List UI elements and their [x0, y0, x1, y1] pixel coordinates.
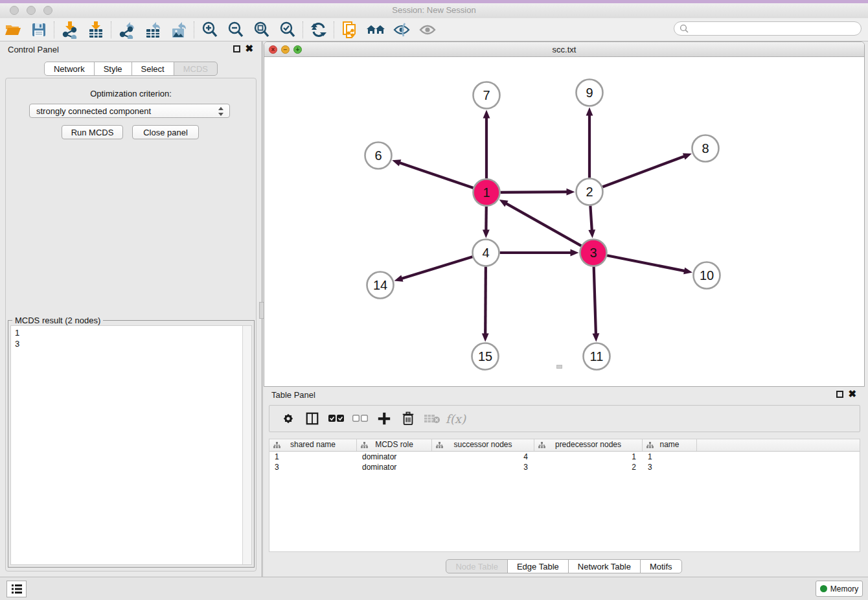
show-columns-button[interactable] — [300, 408, 324, 430]
graph-node-8[interactable]: 8 — [692, 135, 719, 162]
tab-network[interactable]: Network — [44, 62, 95, 76]
export-table-button[interactable] — [140, 19, 166, 40]
column-tree-icon — [361, 442, 368, 448]
memory-button[interactable]: Memory — [816, 581, 863, 597]
tab-mcds[interactable]: MCDS — [174, 62, 218, 76]
column-header-name[interactable]: name — [643, 439, 697, 451]
graph-edge-2-8[interactable] — [602, 156, 685, 187]
result-scrollbar[interactable] — [242, 325, 252, 565]
node-label: 2 — [586, 185, 593, 199]
save-session-button[interactable] — [26, 19, 52, 40]
graph-node-2[interactable]: 2 — [577, 179, 603, 205]
graph-node-9[interactable]: 9 — [577, 80, 603, 106]
table-options-button[interactable] — [276, 408, 300, 430]
node-label: 1 — [483, 185, 490, 200]
mcds-result-text[interactable]: 13 — [10, 325, 243, 565]
unchecked-boxes-icon — [352, 414, 368, 423]
zoom-fit-button[interactable] — [249, 19, 275, 40]
zoom-in-button[interactable] — [197, 19, 223, 40]
memory-status-dot — [820, 585, 827, 592]
tab-style[interactable]: Style — [94, 62, 132, 76]
table-panel-header: Table Panel ✖ — [264, 387, 864, 402]
graph-edge-1-6[interactable] — [399, 163, 474, 188]
search-input[interactable] — [674, 21, 862, 36]
run-mcds-button[interactable]: Run MCDS — [62, 125, 123, 139]
function-builder-button[interactable]: f(x) — [444, 408, 468, 430]
table-cell[interactable]: dominator — [357, 452, 432, 462]
tab-node-table[interactable]: Node Table — [446, 559, 508, 573]
select-all-button[interactable] — [324, 408, 348, 430]
criterion-dropdown[interactable]: strongly connected component — [29, 104, 230, 118]
graph-node-4[interactable]: 4 — [473, 240, 499, 266]
table-cell[interactable]: 3 — [643, 462, 697, 472]
edge-arrowhead — [592, 333, 599, 341]
graph-edge-3-1[interactable] — [505, 203, 581, 246]
task-list-icon — [11, 584, 23, 594]
graph-node-6[interactable]: 6 — [365, 143, 392, 169]
zoom-out-button[interactable] — [223, 19, 249, 40]
memory-label: Memory — [830, 584, 858, 594]
table-cell[interactable]: 1 — [534, 452, 643, 462]
new-network-from-selection-button[interactable] — [337, 19, 363, 40]
graph-edge-3-10[interactable] — [607, 255, 685, 271]
graph-edge-2-3[interactable] — [590, 205, 591, 231]
zoom-selected-button[interactable] — [275, 19, 301, 40]
zoom-in-icon — [201, 21, 219, 39]
first-neighbors-button[interactable] — [363, 19, 389, 40]
graph-node-11[interactable]: 11 — [584, 343, 610, 370]
float-panel-icon[interactable] — [233, 45, 240, 52]
graph-edge-4-15[interactable] — [485, 266, 486, 334]
export-image-button[interactable] — [166, 19, 192, 40]
table-row[interactable]: 3dominator323 — [269, 462, 860, 472]
export-network-button[interactable] — [114, 19, 140, 40]
graph-node-3[interactable]: 3 — [580, 240, 607, 266]
tab-motifs[interactable]: Motifs — [640, 559, 682, 573]
table-cell[interactable]: 3 — [432, 462, 534, 472]
tab-edge-table[interactable]: Edge Table — [507, 559, 569, 573]
node-label: 10 — [700, 268, 714, 283]
graph-node-15[interactable]: 15 — [472, 343, 499, 370]
show-all-button[interactable] — [415, 19, 440, 40]
column-header-predecessor-nodes[interactable]: predecessor nodes — [534, 439, 643, 451]
deselect-all-button[interactable] — [348, 408, 372, 430]
table-cell[interactable]: 1 — [643, 452, 697, 462]
tab-select[interactable]: Select — [131, 62, 174, 76]
graph-edge-1-2[interactable] — [500, 192, 567, 192]
table-cell[interactable]: 1 — [269, 452, 357, 462]
graph-node-10[interactable]: 10 — [694, 262, 720, 289]
hide-selected-button[interactable] — [389, 19, 415, 40]
graph-node-1[interactable]: 1 — [474, 179, 500, 206]
table-cell[interactable]: 4 — [432, 452, 534, 462]
criterion-value: strongly connected component — [36, 106, 151, 116]
node-label: 3 — [589, 246, 597, 260]
import-table-button[interactable] — [83, 19, 109, 40]
close-panel-button[interactable]: Close panel — [132, 125, 199, 139]
table-cell[interactable]: 2 — [534, 462, 643, 472]
table-row[interactable]: 1dominator411 — [269, 452, 860, 462]
close-table-panel-icon[interactable]: ✖ — [848, 389, 856, 399]
canvas-grip[interactable] — [556, 365, 562, 369]
graph-edge-3-11[interactable] — [594, 266, 596, 334]
column-header-shared-name[interactable]: shared name — [269, 439, 357, 451]
table-cell[interactable]: dominator — [357, 462, 432, 472]
add-column-button[interactable] — [372, 408, 396, 430]
open-session-button[interactable] — [0, 19, 26, 40]
close-panel-icon[interactable]: ✖ — [245, 43, 253, 54]
toolbar-separator — [111, 21, 112, 38]
tab-network-table[interactable]: Network Table — [568, 559, 641, 573]
graph-node-14[interactable]: 14 — [367, 272, 394, 299]
task-history-button[interactable] — [6, 581, 27, 597]
network-graph[interactable]: 1234678910111415 — [264, 57, 864, 386]
graph-node-7[interactable]: 7 — [474, 82, 500, 109]
network-window-titlebar[interactable]: × − + scc.txt — [264, 42, 864, 57]
import-network-button[interactable] — [57, 19, 83, 40]
apply-layout-button[interactable] — [306, 19, 332, 40]
delete-table-button[interactable] — [420, 408, 444, 430]
delete-column-button[interactable] — [396, 408, 420, 430]
table-cell[interactable]: 3 — [269, 462, 357, 472]
float-table-panel-icon[interactable] — [836, 391, 843, 398]
column-header-MCDS-role[interactable]: MCDS role — [357, 439, 432, 451]
node-label: 8 — [702, 141, 709, 156]
graph-edge-4-14[interactable] — [401, 257, 472, 279]
column-header-successor-nodes[interactable]: successor nodes — [432, 439, 534, 451]
